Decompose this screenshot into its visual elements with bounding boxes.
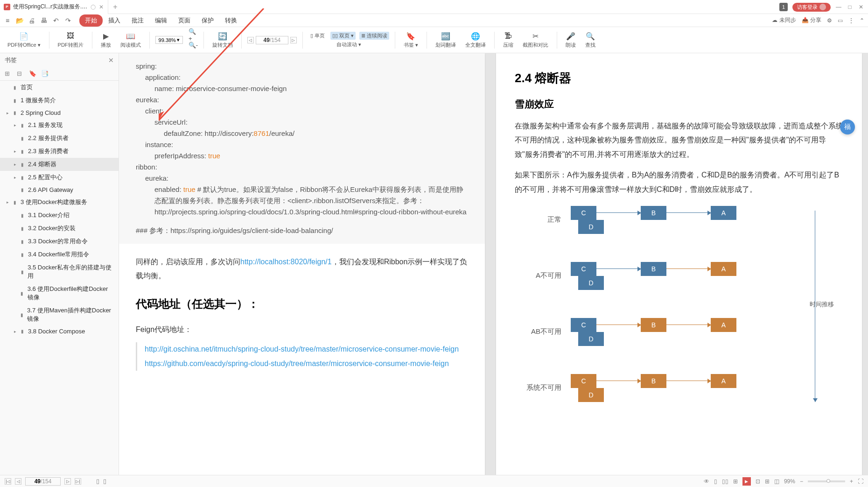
minimize-button[interactable]: — bbox=[835, 4, 842, 10]
document-viewport[interactable]: spring: application: name: microservice-… bbox=[119, 53, 868, 475]
bookmark-item[interactable]: ▸▮2.3 服务消费者 bbox=[0, 145, 119, 158]
avatar-icon bbox=[819, 4, 826, 10]
menu-tab-convert[interactable]: 转换 bbox=[219, 14, 243, 27]
bookmark-item[interactable]: ▸▮2.1 服务发现 bbox=[0, 119, 119, 132]
tool-search[interactable]: 🔍 查找 bbox=[582, 31, 598, 49]
menu-tab-annotate[interactable]: 批注 bbox=[126, 14, 149, 27]
menu-tab-protect[interactable]: 保护 bbox=[196, 14, 219, 27]
tab-close-button[interactable]: ✕ bbox=[98, 4, 104, 10]
menu-tab-insert[interactable]: 插入 bbox=[103, 14, 126, 27]
status-icon-c[interactable]: ◫ bbox=[774, 478, 779, 485]
view-mode-icon-3[interactable]: ▯▯ bbox=[722, 478, 728, 485]
page-navigator: ◁ 49/154 ▷ bbox=[247, 36, 297, 44]
tool-crop-compare[interactable]: ✂ 截图和对比 bbox=[520, 31, 551, 49]
print-icon[interactable]: 🖶 bbox=[40, 17, 48, 24]
tool-compress[interactable]: 🗜 压缩 bbox=[500, 31, 516, 49]
next-page-button[interactable]: ▷ bbox=[290, 37, 297, 43]
close-button[interactable]: ✕ bbox=[858, 4, 864, 10]
share-button[interactable]: 📤 分享 bbox=[802, 16, 821, 24]
bookmark-item[interactable]: ▮2.6 API Gateway bbox=[0, 184, 119, 196]
page-right: 2.4 熔断器 雪崩效应 在微服务架构中通常会有多个服务层调用，基础服务的故障可… bbox=[496, 53, 862, 475]
view-mode-icon-1[interactable]: 👁 bbox=[704, 478, 709, 485]
tool-auto-scroll[interactable]: 自动滚动 ▾ bbox=[335, 41, 363, 49]
status-icon-1[interactable]: ▯ bbox=[96, 478, 99, 485]
bookmark-item[interactable]: ▸▮3 使用Docker构建微服务 bbox=[0, 196, 119, 209]
sidebar-outline-icon[interactable]: 📑 bbox=[41, 70, 49, 78]
tool-single-page[interactable]: ▯ 单页 bbox=[308, 32, 327, 40]
tool-play[interactable]: ▶ 播放 bbox=[98, 31, 114, 49]
guest-login-button[interactable]: 访客登录 bbox=[792, 3, 831, 12]
sidebar-close-button[interactable]: ✕ bbox=[108, 56, 114, 64]
prev-page-button[interactable]: ◁ bbox=[247, 37, 254, 43]
body-text-1: 同样的，启动该应用，多次访问http://localhost:8020/feig… bbox=[119, 244, 485, 283]
sidebar-bookmark-icon[interactable]: 🔖 bbox=[29, 70, 36, 78]
help-icon[interactable]: ▭ bbox=[838, 17, 843, 24]
prev-page-button-status[interactable]: ◁ bbox=[15, 478, 21, 485]
zoom-slider[interactable] bbox=[808, 480, 845, 482]
bookmark-item[interactable]: ▮2.2 服务提供者 bbox=[0, 132, 119, 145]
paragraph-2: 如果下图所示：A作为服务提供者，B为A的服务消费者，C和D是B的服务消费者。A不… bbox=[515, 168, 843, 197]
bookmark-item[interactable]: ▮1 微服务简介 bbox=[0, 94, 119, 107]
new-tab-button[interactable]: + bbox=[108, 3, 122, 11]
status-page-input[interactable]: 49/154 bbox=[25, 477, 61, 486]
bookmark-item[interactable]: ▮3.3 Docker的常用命令 bbox=[0, 235, 119, 248]
save-icon[interactable]: 🖨 bbox=[28, 17, 35, 24]
app-menu-icon[interactable]: ≡ bbox=[4, 17, 11, 24]
last-page-button[interactable]: ▷| bbox=[75, 478, 81, 485]
tool-pdf-to-image[interactable]: 🖼 PDF转图片 bbox=[55, 31, 86, 49]
tool-word-translate[interactable]: 🔤 划词翻译 bbox=[433, 31, 459, 49]
view-mode-icon-2[interactable]: ▯ bbox=[714, 478, 717, 485]
tool-continuous[interactable]: ≣ 连续阅读 bbox=[359, 32, 389, 40]
settings-icon[interactable]: ⚙ bbox=[827, 17, 832, 24]
sidebar-expand-all-icon[interactable]: ⊞ bbox=[5, 70, 12, 78]
bookmark-item[interactable]: ▸▮2.4 熔断器 bbox=[0, 158, 119, 171]
view-mode-icon-4[interactable]: ⊞ bbox=[733, 478, 738, 485]
collapse-icon[interactable]: ⌃ bbox=[860, 17, 864, 24]
sidebar-collapse-all-icon[interactable]: ⊟ bbox=[17, 70, 24, 78]
tool-full-translate[interactable]: 🌐 全文翻译 bbox=[462, 31, 489, 49]
redo-icon[interactable]: ↷ bbox=[64, 17, 72, 24]
maximize-button[interactable]: □ bbox=[847, 4, 853, 10]
tool-read-aloud[interactable]: 🎤 朗读 bbox=[563, 31, 579, 49]
menu-tab-start[interactable]: 开始 bbox=[79, 14, 103, 27]
bookmark-item[interactable]: ▸▮2 Spring Cloud bbox=[0, 107, 119, 119]
tool-pdf-to-office[interactable]: 📄 PDF转Office ▾ bbox=[5, 31, 43, 49]
float-badge[interactable]: 福 bbox=[840, 120, 855, 134]
menu-tab-page[interactable]: 页面 bbox=[173, 14, 196, 27]
page-input[interactable]: 49/154 bbox=[256, 36, 288, 44]
zoom-in-button[interactable]: + bbox=[850, 478, 853, 485]
code-links-block: http://git.oschina.net/itmuch/spring-clo… bbox=[136, 342, 468, 371]
document-tab[interactable]: P 使用SpringCl...r实战微服务.pdf ◯ ✕ bbox=[0, 0, 108, 14]
open-icon[interactable]: 📂 bbox=[16, 17, 23, 24]
first-page-button[interactable]: |◁ bbox=[5, 478, 11, 485]
bookmark-item[interactable]: ▮3.1 Docker介绍 bbox=[0, 209, 119, 222]
bookmark-item[interactable]: ▮3.6 使用Dockerfile构建Docker镜像 bbox=[0, 282, 119, 304]
bookmark-item[interactable]: ▮3.5 Docker私有仓库的搭建与使用 bbox=[0, 261, 119, 282]
zoom-out-icon[interactable]: 🔍- bbox=[189, 41, 198, 50]
fullscreen-button[interactable]: ⛶ bbox=[858, 478, 863, 485]
bookmark-item[interactable]: ▮首页 bbox=[0, 81, 119, 94]
tool-rotate[interactable]: 🔄 旋转文档 bbox=[210, 31, 236, 49]
zoom-value[interactable]: 99.38% ▾ bbox=[155, 36, 183, 44]
bookmark-item[interactable]: ▸▮3.8 Docker Compose bbox=[0, 325, 119, 337]
tool-bookmark[interactable]: 🔖 书签 ▾ bbox=[401, 31, 421, 49]
more-icon[interactable]: ⋮ bbox=[848, 17, 854, 24]
undo-icon[interactable]: ↶ bbox=[52, 17, 60, 24]
bookmark-item[interactable]: ▮3.2 Docker的安装 bbox=[0, 222, 119, 235]
bookmark-item[interactable]: ▸▮2.5 配置中心 bbox=[0, 171, 119, 184]
bookmark-item[interactable]: ▮3.4 Dockerfile常用指令 bbox=[0, 248, 119, 261]
tool-double-page[interactable]: ▯▯ 双页 ▾ bbox=[330, 32, 356, 40]
play-button-status[interactable]: ▶ bbox=[742, 477, 751, 486]
status-icon-2[interactable]: ▯ bbox=[103, 478, 106, 485]
next-page-button-status[interactable]: ▷ bbox=[64, 478, 71, 485]
zoom-out-button[interactable]: − bbox=[800, 478, 803, 485]
menu-tab-edit[interactable]: 编辑 bbox=[149, 14, 173, 27]
notification-badge[interactable]: 1 bbox=[779, 3, 788, 11]
status-icon-b[interactable]: ⊞ bbox=[765, 478, 770, 485]
bookmark-item[interactable]: ▮3.7 使用Maven插件构建Docker镜像 bbox=[0, 304, 119, 325]
zoom-in-icon[interactable]: 🔍+ bbox=[189, 30, 198, 40]
status-icon-a[interactable]: ⊡ bbox=[756, 478, 760, 485]
tool-read-mode[interactable]: 📖 阅读模式 bbox=[118, 31, 144, 49]
sync-status[interactable]: ☁ 未同步 bbox=[772, 16, 796, 24]
diagram-row: A不可用CBAD bbox=[515, 262, 843, 290]
